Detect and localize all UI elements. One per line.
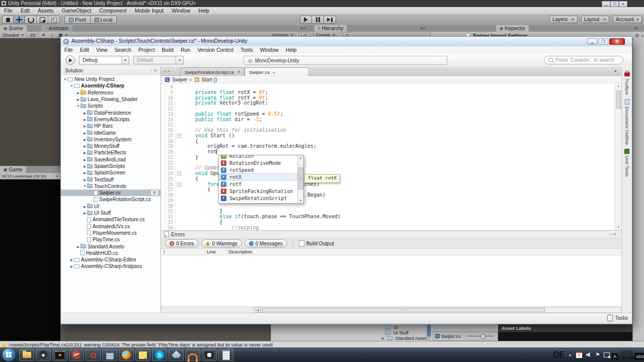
tree-item-assembly-csharp-editor[interactable]: ▶Assembly-CSharp-Editor xyxy=(61,256,160,263)
md-menu-search[interactable]: Search xyxy=(111,46,135,54)
tree-expand-icon[interactable]: ▶ xyxy=(83,124,87,128)
editor-tab-swiper-cs[interactable]: Swiper.cs● xyxy=(245,67,309,76)
tree-item-playermovement-cs[interactable]: PlayerMovement.cs xyxy=(61,230,160,236)
panel-options-icon[interactable]: ▾≡ xyxy=(634,26,639,31)
panel-options-icon[interactable]: ≡ xyxy=(641,34,644,38)
configuration-dropdown[interactable]: Debug▼ xyxy=(79,56,129,64)
slider-knob[interactable] xyxy=(480,334,486,339)
tree-item-animatedtiletexture-cs[interactable]: AnimatedTileTexture.cs xyxy=(61,216,160,223)
scroll-left-icon[interactable]: ◀ xyxy=(255,307,261,313)
taskbar-icon-monodev[interactable] xyxy=(169,349,184,361)
project-folder-ui-stuff[interactable]: UI Stuff xyxy=(381,330,433,335)
panel-options-icon[interactable]: ▾≡ xyxy=(421,26,426,31)
scroll-down-icon[interactable]: ▼ xyxy=(298,198,303,203)
tree-collapse-icon[interactable]: ▼ xyxy=(69,84,74,87)
side-tab-toolbox[interactable]: Toolbox xyxy=(622,67,632,95)
tree-item-enemyaiscripts[interactable]: ▶EnemyAiScripts xyxy=(61,116,160,123)
step-button[interactable] xyxy=(324,16,336,24)
tab-animator[interactable]: ◔Animator xyxy=(41,25,72,32)
keyboard-layout[interactable]: DE xyxy=(553,347,565,362)
taskbar-icon-opera[interactable]: O xyxy=(86,349,101,361)
completion-item-spritepackingrotation[interactable]: ESpritePackingRotation xyxy=(219,188,297,195)
tree-collapse-icon[interactable]: ▼ xyxy=(63,78,67,81)
tree-expand-icon[interactable]: ▶ xyxy=(69,264,74,268)
completion-item-rotation[interactable]: SRotation xyxy=(219,155,297,159)
tree-expand-icon[interactable]: ▶ xyxy=(83,138,87,141)
side-tab-unit-tests[interactable]: Unit Tests xyxy=(622,145,632,177)
tree-expand-icon[interactable]: ▶ xyxy=(83,144,87,148)
global-search-input[interactable]: Press 'Control+,' to search xyxy=(544,56,623,64)
tab-scene[interactable]: ▦Scene xyxy=(0,25,27,32)
tree-item-playtime-cs[interactable]: PlayTime.cs xyxy=(61,236,160,243)
rect-tool-button[interactable] xyxy=(48,16,60,24)
tasks-button[interactable]: Tasks xyxy=(607,315,628,321)
platform-dropdown[interactable]: Default▼ xyxy=(133,56,184,64)
md-menu-project[interactable]: Project xyxy=(135,46,158,54)
tree-expand-icon[interactable]: ▶ xyxy=(83,118,87,121)
taskbar-icon-notepad[interactable] xyxy=(218,349,233,361)
md-menu-edit[interactable]: Edit xyxy=(76,46,93,54)
tray-expand-icon[interactable]: ▲ xyxy=(567,347,574,362)
tab-close-icon[interactable]: ✕ xyxy=(237,69,241,74)
tree-collapse-icon[interactable]: ▼ xyxy=(76,105,80,108)
completion-item-rotationdrivemode[interactable]: ERotationDriveMode xyxy=(219,159,297,166)
unity-menu-gameobject[interactable]: GameObject xyxy=(58,7,96,14)
unity-menu-assets[interactable]: Assets xyxy=(34,7,58,14)
project-folder-standard-assets[interactable]: ▶Standard Assets▼ xyxy=(381,335,433,341)
close-icon[interactable]: ✕ xyxy=(613,232,617,237)
tree-expand-icon[interactable]: ▶ xyxy=(76,91,80,95)
action-center-flag-icon[interactable]: ⚑ xyxy=(594,347,601,362)
unity-menu-edit[interactable]: Edit xyxy=(17,7,34,14)
column-description[interactable]: Description xyxy=(228,249,253,255)
unity-status-bar[interactable]: Assets/Scripts/PlayTime.cs(10,21): warni… xyxy=(0,341,644,347)
volume-icon[interactable] xyxy=(585,347,593,362)
nav-back-icon[interactable]: ◂ xyxy=(164,68,168,73)
md-menu-version-control[interactable]: Version Control xyxy=(194,46,237,54)
tree-expand-icon[interactable]: ▶ xyxy=(83,205,87,208)
column-line[interactable]: Line xyxy=(207,249,216,255)
errors-panel-header[interactable]: Errors ▫✕ xyxy=(161,230,621,238)
scale-tool-button[interactable] xyxy=(37,16,48,24)
rotate-tool-button[interactable] xyxy=(25,16,37,24)
tab-hierarchy[interactable]: ≡Hierarchy xyxy=(314,25,347,32)
hand-tool-button[interactable] xyxy=(2,16,14,24)
tree-item-particleeffects[interactable]: ▶ParticleEffects xyxy=(61,149,160,156)
project-folder-ui[interactable]: UI xyxy=(381,324,433,330)
scroll-down-icon[interactable]: ▼ xyxy=(615,225,621,230)
tree-expand-icon[interactable]: ▶ xyxy=(76,98,80,101)
scrollbar-thumb[interactable] xyxy=(616,90,622,109)
layers-dropdown[interactable]: Layers▼ xyxy=(549,16,578,23)
unity-restore-button[interactable]: ❐ xyxy=(610,1,619,7)
taskbar-icon-notes[interactable] xyxy=(135,349,150,361)
tree-collapse-icon[interactable]: ▼ xyxy=(83,185,87,188)
scroll-up-icon[interactable]: ▲ xyxy=(615,83,621,89)
tree-expand-icon[interactable]: ▶ xyxy=(76,245,80,248)
md-minimize-button[interactable]: ▁ xyxy=(587,38,597,45)
tree-item-references[interactable]: ▶References xyxy=(61,89,160,96)
md-close-button[interactable]: ✕ xyxy=(609,38,625,45)
panel-options-icon[interactable]: ▾≡ xyxy=(301,26,306,31)
aspect-ratio-dropdown[interactable]: 16:10 Landscape (16:10)▼ xyxy=(0,173,60,179)
errors-filter-0-messages[interactable]: i0 Messages xyxy=(245,239,287,247)
tree-item-lava-flowing-shader[interactable]: ▶Lava_Flowing_Shader xyxy=(61,96,160,103)
tree-item-healthhud-cs[interactable]: HealthHUD.cs xyxy=(61,250,160,256)
taskbar-icon-calc[interactable] xyxy=(102,349,117,361)
tree-item-new-unity-project[interactable]: ▼New Unity Project xyxy=(61,76,160,82)
breadcrumb-item[interactable]: Start () xyxy=(202,77,217,82)
tree-item-ui[interactable]: ▶UI xyxy=(61,203,160,210)
start-button[interactable] xyxy=(3,348,15,361)
zoom-slider[interactable] xyxy=(467,336,494,336)
taskbar-icon-photo[interactable] xyxy=(202,349,217,361)
move-tool-button[interactable] xyxy=(14,16,25,24)
taskbar-icon-firefox[interactable] xyxy=(119,349,134,361)
column-severity[interactable]: ! xyxy=(164,249,165,255)
errors-filter-0-errors[interactable]: ✕0 Errors xyxy=(165,239,199,247)
tab-inspector[interactable]: ◉Inspector xyxy=(496,25,529,32)
completion-item-rotx[interactable]: FrotX xyxy=(219,173,297,180)
taskbar-icon-media[interactable]: ★ xyxy=(52,349,67,361)
unity-close-button[interactable]: ✕ xyxy=(619,1,627,7)
tree-expand-icon[interactable]: ▶ xyxy=(83,178,87,182)
autocomplete-scrollbar[interactable]: ▲ ≡ ▼ xyxy=(297,155,303,203)
tray-app-icon[interactable]: 7 xyxy=(575,347,583,362)
side-tab-document-outline[interactable]: Document Outline xyxy=(622,95,632,145)
